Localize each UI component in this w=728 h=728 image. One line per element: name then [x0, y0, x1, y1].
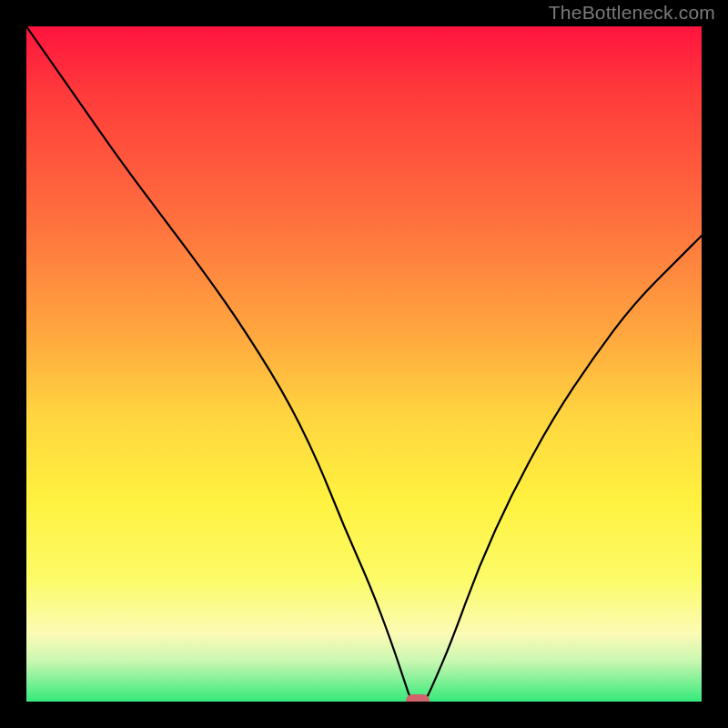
chart-frame: TheBottleneck.com [0, 0, 728, 728]
watermark-label: TheBottleneck.com [549, 2, 715, 24]
optimal-point-marker [406, 694, 430, 702]
plot-area [26, 26, 702, 702]
bottleneck-curve [26, 26, 702, 702]
